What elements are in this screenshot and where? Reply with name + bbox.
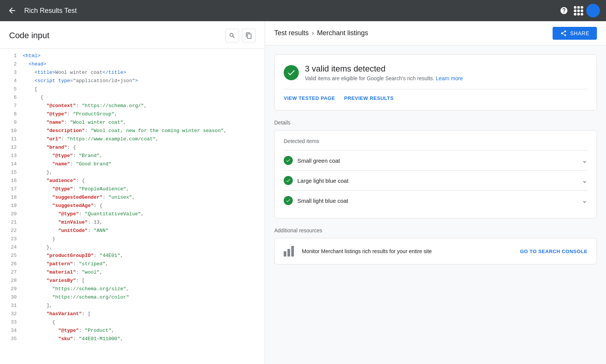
back-button[interactable] — [6, 5, 18, 17]
breadcrumb: Test results › Merchant listings — [274, 29, 368, 37]
share-button[interactable]: SHARE — [553, 27, 597, 40]
code-line: 1 <html> — [0, 52, 265, 60]
valid-count-title: 3 valid items detected — [305, 64, 463, 74]
code-line: 29 "https://schema.org/size", — [0, 285, 265, 293]
code-line: 20 "@type": "QuantitativeValue", — [0, 210, 265, 218]
code-line: 4 <script type="application/ld+json"> — [0, 77, 265, 85]
copy-code-button[interactable] — [242, 29, 256, 42]
code-editor: 1 <html> 2 <head> 3 <title>Wool winter c… — [0, 49, 265, 364]
code-line: 11 "url": "https://www.example.com/coat"… — [0, 135, 265, 143]
search-code-button[interactable] — [225, 29, 239, 42]
learn-more-link[interactable]: Learn more — [436, 75, 463, 81]
code-line: 26 "pattern": "striped", — [0, 260, 265, 268]
code-line: 30 "https://schema.org/color" — [0, 293, 265, 302]
breadcrumb-root: Test results — [274, 29, 309, 37]
code-line: 31 ], — [0, 302, 265, 310]
breadcrumb-current: Merchant listings — [317, 29, 368, 37]
code-line: 28 "variesBy": [ — [0, 277, 265, 285]
details-section: Details Detected items Small green coat … — [274, 120, 597, 218]
detected-item-1[interactable]: Small green coat ⌄ — [284, 150, 587, 170]
valid-items-info: 3 valid items detected Valid items are e… — [305, 64, 463, 81]
right-panel: Test results › Merchant listings SHARE — [265, 21, 606, 364]
detected-item-name-2: Large light blue coat — [297, 177, 577, 184]
bar-chart-icon — [284, 246, 296, 257]
detected-items-title: Detected items — [284, 138, 587, 144]
item-check-icon-2 — [284, 176, 293, 185]
valid-items-header: 3 valid items detected Valid items are e… — [284, 64, 587, 81]
valid-check-icon — [284, 65, 299, 80]
go-to-search-console-link[interactable]: GO TO SEARCH CONSOLE — [520, 249, 587, 254]
code-line: 35 "sku": "44E01-M11000", — [0, 335, 265, 343]
code-line: 3 <title>Wool winter coat</title> — [0, 68, 265, 77]
monitor-text: Monitor Merchant listings rich results f… — [302, 248, 514, 254]
code-line: 5 [ — [0, 85, 265, 93]
chevron-down-icon-2: ⌄ — [582, 176, 587, 185]
card-actions: VIEW TESTED PAGE PREVIEW RESULTS — [284, 89, 587, 101]
valid-items-card: 3 valid items detected Valid items are e… — [274, 54, 597, 110]
right-content: 3 valid items detected Valid items are e… — [265, 45, 606, 274]
code-line: 21 "minValue": 13, — [0, 218, 265, 227]
view-tested-page-button[interactable]: VIEW TESTED PAGE — [284, 95, 335, 101]
item-check-icon-3 — [284, 196, 293, 205]
code-line: 27 "material": "wool", — [0, 268, 265, 277]
code-line: 13 "@type": "Brand", — [0, 152, 265, 160]
apps-icon[interactable] — [574, 6, 583, 16]
code-input-title: Code input — [9, 31, 49, 40]
chevron-down-icon-1: ⌄ — [582, 156, 587, 165]
code-line: 12 "brand": { — [0, 143, 265, 152]
code-line: 14 "name": "Good brand" — [0, 160, 265, 168]
code-line: 32 "hasVariant": [ — [0, 310, 265, 318]
help-icon[interactable] — [557, 4, 571, 17]
detected-item-name-1: Small green coat — [297, 157, 577, 164]
code-line: 22 "unitCode": "ANN" — [0, 227, 265, 235]
valid-items-subtitle: Valid items are eligible for Google Sear… — [305, 75, 463, 81]
left-panel-header: Code input — [0, 21, 265, 49]
code-line: 24 }, — [0, 243, 265, 252]
code-line: 10 "description": "Wool coat, new for th… — [0, 127, 265, 135]
item-check-icon-1 — [284, 156, 293, 165]
chevron-down-icon-3: ⌄ — [582, 196, 587, 205]
detected-items-card: Detected items Small green coat ⌄ — [274, 130, 597, 218]
code-line: 17 "@type": "PeopleAudience", — [0, 185, 265, 193]
code-line: 8 "@type": "ProductGroup", — [0, 110, 265, 118]
topnav-icons — [557, 4, 600, 17]
code-line: 18 "suggestedGender": "unisex", — [0, 193, 265, 202]
detected-item-3[interactable]: Small light blue coat ⌄ — [284, 190, 587, 210]
code-line: 7 "@context": "https://schema.org/", — [0, 102, 265, 110]
detected-item-2[interactable]: Large light blue coat ⌄ — [284, 170, 587, 190]
app-title: Rich Results Test — [24, 7, 551, 15]
main-layout: Code input 1 <html> — [0, 21, 606, 364]
additional-resources-label: Additional resources — [274, 227, 597, 233]
left-panel: Code input 1 <html> — [0, 21, 265, 364]
results-header: Test results › Merchant listings SHARE — [265, 21, 606, 45]
code-line: 2 <head> — [0, 60, 265, 68]
user-avatar[interactable] — [586, 4, 600, 17]
code-line: 9 "name": "Wool winter coat", — [0, 118, 265, 127]
topnav: Rich Results Test — [0, 0, 606, 21]
code-line: 25 "productGroupID": "44E01", — [0, 252, 265, 260]
breadcrumb-separator: › — [312, 29, 314, 37]
details-label: Details — [274, 120, 597, 126]
additional-resources-card: Monitor Merchant listings rich results f… — [274, 238, 597, 264]
code-line: 23 } — [0, 235, 265, 243]
code-line: 33 { — [0, 318, 265, 327]
additional-resources-section: Additional resources Monitor Merchant li… — [274, 227, 597, 264]
preview-results-button[interactable]: PREVIEW RESULTS — [344, 95, 394, 101]
detected-item-name-3: Small light blue coat — [297, 198, 577, 204]
code-line: 6 { — [0, 93, 265, 102]
code-actions — [225, 29, 256, 42]
code-line: 16 "audience": { — [0, 177, 265, 185]
code-line: 15 }, — [0, 168, 265, 177]
code-line: 34 "@type": "Product", — [0, 327, 265, 335]
code-line: 19 "suggestedAge": { — [0, 202, 265, 210]
